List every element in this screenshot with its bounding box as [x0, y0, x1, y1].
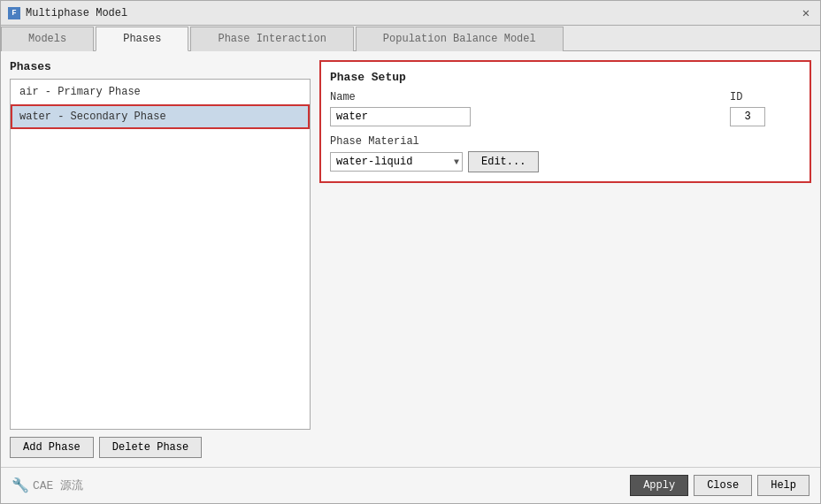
apply-button[interactable]: Apply: [630, 475, 688, 496]
add-phase-button[interactable]: Add Phase: [10, 437, 94, 458]
app-icon: F: [8, 7, 20, 19]
material-select[interactable]: water-liquid air mixture: [330, 152, 463, 172]
left-panel: Phases air - Primary Phase water - Secon…: [10, 60, 311, 458]
tab-phases[interactable]: Phases: [96, 27, 188, 51]
name-id-row: Name ID: [330, 91, 801, 126]
close-button[interactable]: Close: [694, 475, 752, 496]
help-button[interactable]: Help: [757, 475, 809, 496]
title-bar: F Multiphase Model ✕: [1, 1, 820, 26]
content-area: Phases air - Primary Phase water - Secon…: [1, 51, 820, 467]
id-label: ID: [730, 91, 801, 103]
edit-material-button[interactable]: Edit...: [468, 151, 539, 172]
id-column: ID: [730, 91, 801, 126]
close-window-button[interactable]: ✕: [799, 6, 813, 20]
phase-buttons: Add Phase Delete Phase: [10, 437, 311, 458]
phase-item-water[interactable]: water - Secondary Phase: [11, 104, 310, 129]
tab-models[interactable]: Models: [1, 27, 94, 51]
material-select-wrapper: water-liquid air mixture ▼: [330, 152, 463, 172]
tab-population-balance-model[interactable]: Population Balance Model: [356, 27, 564, 51]
phases-panel-title: Phases: [10, 60, 311, 73]
watermark: 🔧 CAE 源流: [12, 477, 83, 494]
watermark-text: CAE 源流: [33, 477, 83, 493]
tab-phase-interaction[interactable]: Phase Interaction: [190, 27, 353, 51]
right-panel: Phase Setup Name ID Phase Material: [319, 60, 811, 458]
name-label: Name: [330, 91, 723, 103]
tab-bar: Models Phases Phase Interaction Populati…: [1, 26, 820, 51]
phases-list: air - Primary Phase water - Secondary Ph…: [10, 79, 311, 430]
name-input[interactable]: [330, 107, 471, 126]
phase-item-air[interactable]: air - Primary Phase: [11, 80, 310, 104]
id-input[interactable]: [730, 107, 765, 126]
delete-phase-button[interactable]: Delete Phase: [99, 437, 202, 458]
phase-setup-title: Phase Setup: [330, 71, 801, 84]
material-label: Phase Material: [330, 135, 801, 148]
main-window: F Multiphase Model ✕ Models Phases Phase…: [0, 0, 821, 504]
window-title: Multiphase Model: [26, 7, 127, 19]
material-row: water-liquid air mixture ▼ Edit...: [330, 151, 801, 172]
bottom-bar: 🔧 CAE 源流 Apply Close Help: [1, 467, 820, 503]
name-column: Name: [330, 91, 723, 126]
title-bar-left: F Multiphase Model: [8, 7, 127, 19]
phase-setup-box: Phase Setup Name ID Phase Material: [319, 60, 811, 183]
watermark-icon: 🔧: [12, 477, 29, 494]
